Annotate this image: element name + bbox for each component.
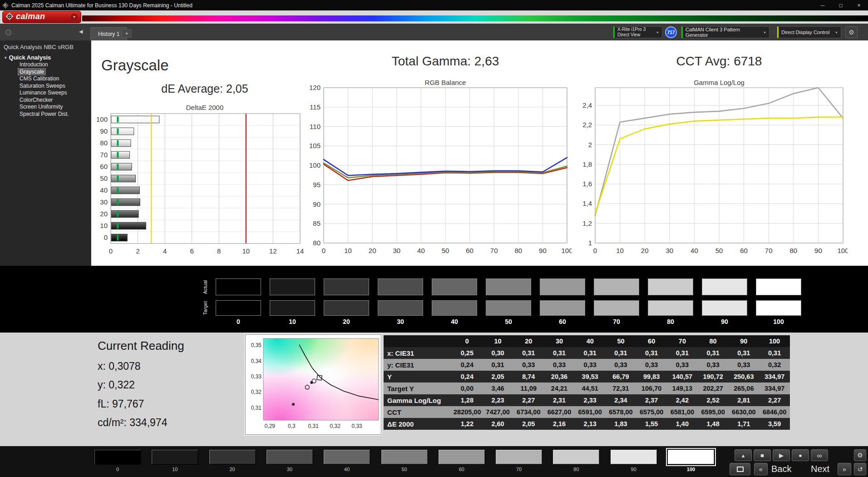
pattern-swatch-50[interactable] [381,449,428,465]
minimize-button[interactable]: ─ [814,0,832,10]
pattern-level-10[interactable]: 10 [151,449,198,472]
pattern-level-40[interactable]: 40 [323,449,370,472]
svg-text:50: 50 [715,247,723,254]
chevron-down-icon: ▼ [763,31,766,34]
pattern-generator-dropdown[interactable]: CalMAN Client 3 Pattern Generator ▼ [681,26,769,38]
table-cell: 106,70 [636,383,667,394]
tree-root-label: Quick Analysis [9,54,51,61]
pattern-swatch-0[interactable] [94,449,141,465]
next-button[interactable]: Next [811,464,829,474]
close-button[interactable]: × [850,0,868,10]
table-cell: 149,13 [667,383,698,394]
pattern-swatch-100[interactable] [667,449,715,465]
patch-row-label-actual: Actual [202,280,208,294]
pattern-swatch-10[interactable] [151,449,198,465]
window-title: Calman 2025 Calman Ultimate for Business… [11,2,192,9]
table-cell: 2,52 [698,394,729,406]
sidebar-root-quick-analysis[interactable]: ▾ Quick Analysis [0,54,91,61]
title-bar: Calman 2025 Calman Ultimate for Business… [0,0,868,10]
chevron-down-icon: ▼ [656,31,659,34]
cct-average-label: CCT Avg: 6718 [595,54,843,69]
svg-text:70: 70 [490,247,498,254]
continuous-measure-button[interactable]: ∞ [811,449,828,461]
svg-text:10: 10 [100,222,108,229]
svg-text:110: 110 [310,123,321,130]
pattern-level-label-40: 40 [323,467,370,472]
display-control-dropdown[interactable]: Direct Display Control ▼ [777,26,841,38]
back-step-button[interactable]: « [754,463,768,475]
table-cell: 6846,00 [759,406,790,418]
meter-status-badge[interactable]: 717 [665,26,677,38]
calman-logo-icon [6,13,13,22]
table-column-50: 50 [606,335,636,347]
back-button[interactable]: Back [771,464,791,474]
record-button[interactable]: ● [792,449,809,461]
svg-text:100: 100 [96,115,108,123]
pattern-swatch-70[interactable] [495,449,542,465]
measurement-table: 0102030405060708090100x: CIE310,250,300,… [384,335,790,430]
add-tab-button[interactable]: + [122,29,132,38]
pattern-swatch-80[interactable] [552,449,600,465]
play-button[interactable]: ▶ [773,449,790,461]
svg-text:100: 100 [309,161,321,169]
sidebar-collapse-icon[interactable]: ◀ [79,29,83,35]
sidebar-item-grayscale[interactable]: Grayscale [18,69,45,75]
current-reading-title: Current Reading [98,339,184,353]
table-cell: 8,74 [513,371,544,383]
pattern-level-20[interactable]: 20 [209,449,256,472]
table-cell: 11,09 [513,383,544,394]
logo-dropdown-icon[interactable]: ▼ [71,14,78,20]
pattern-swatch-60[interactable] [438,449,485,465]
sidebar-item-spectral-power-dist-[interactable]: Spectral Power Dist. [18,111,70,118]
table-cell: 0,33 [636,359,667,371]
meter-dropdown[interactable]: X-Rite i1Pro 3 Direct View ▼ [613,26,662,38]
sidebar-item-colorchecker[interactable]: ColorChecker [18,97,54,104]
sidebar-item-luminance-sweeps[interactable]: Luminance Sweeps [18,89,69,96]
table-cell: 28205,00 [452,406,483,418]
pattern-swatch-90[interactable] [610,449,657,465]
pattern-level-0[interactable]: 0 [94,449,141,472]
pattern-level-80[interactable]: 80 [552,449,600,472]
target-patch-70 [594,300,639,316]
actual-patch-80 [648,278,693,295]
svg-text:90: 90 [814,247,822,254]
pattern-swatch-20[interactable] [209,449,256,465]
svg-text:0: 0 [109,247,113,255]
collapse-panel-button[interactable]: ▴ [735,449,752,461]
display-control-label: Direct Display Control [781,30,829,35]
maximize-button[interactable]: □ [832,0,850,10]
pattern-swatch-40[interactable] [323,449,370,465]
table-row-cct: CCT28205,007427,006734,006627,006591,006… [384,406,790,418]
refresh-button[interactable]: ↺ [854,463,866,475]
tree-expander-icon[interactable]: ▾ [5,55,7,60]
pattern-settings-button[interactable]: ⚙ [854,449,866,461]
svg-text:70: 70 [100,151,108,159]
patch-level-label-100: 100 [756,318,801,325]
sidebar-item-cms-calibration[interactable]: CMS Calibration [18,75,60,82]
pattern-level-60[interactable]: 60 [438,449,485,472]
pattern-level-30[interactable]: 30 [266,449,313,472]
sidebar-item-introduction[interactable]: Introduction [18,61,49,68]
next-step-button[interactable]: » [838,463,851,475]
svg-text:10: 10 [344,247,352,254]
table-cell: 0,31 [759,347,790,359]
pattern-window-button[interactable] [730,463,750,475]
workspace-menu-button[interactable] [5,30,11,35]
sidebar-item-screen-uniformity[interactable]: Screen Uniformity [18,104,64,110]
sidebar-item-saturation-sweeps[interactable]: Saturation Sweeps [18,83,67,89]
row-label: Gamma Log/Log [384,394,452,406]
pattern-level-50[interactable]: 50 [381,449,428,472]
current-reading-value-3: cd/m²: 334,974 [98,417,167,429]
pattern-level-70[interactable]: 70 [495,449,542,472]
calman-logo-button[interactable]: calman ▼ [2,11,81,23]
chevron-down-icon: ▼ [835,31,838,34]
pattern-level-100[interactable]: 100 [667,449,715,472]
settings-button[interactable]: ⚙ [845,26,858,38]
pattern-level-90[interactable]: 90 [610,449,657,472]
table-cell: 0,31 [575,347,606,359]
stop-button[interactable]: ■ [754,449,771,461]
svg-text:30: 30 [100,198,108,206]
pattern-swatch-30[interactable] [266,449,313,465]
window-controls: ─ □ × [814,0,868,10]
table-column-100: 100 [759,335,790,347]
